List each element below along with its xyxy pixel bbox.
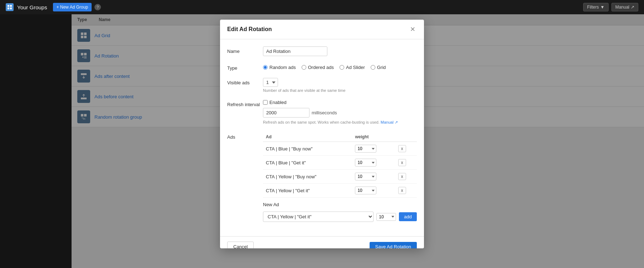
refresh-manual-link[interactable]: Manual ↗: [381, 120, 398, 124]
type-row: Type Random ads Ordered ads Ad Slider Gr…: [227, 63, 417, 71]
ad-remove-cell: x: [395, 156, 417, 170]
manual-button[interactable]: Manual ↗: [611, 3, 638, 11]
name-label: Name: [227, 46, 263, 54]
ad-name-cell: CTA | Blue | "Get it": [263, 156, 352, 170]
ad-weight-cell: 10 20 30: [352, 142, 395, 156]
visible-ads-select[interactable]: 1 2 3: [263, 78, 278, 87]
type-grid-label: Grid: [377, 65, 386, 70]
type-grid-radio[interactable]: Grid: [371, 65, 386, 70]
ad-weight-select[interactable]: 10 20 30: [355, 145, 376, 153]
ad-table-row: CTA | Yellow | "Get it" 10 20 30 x: [263, 184, 417, 198]
ad-weight-select[interactable]: 10 20 30: [355, 187, 376, 194]
refresh-hint: Refresh ads on the same spot. Works when…: [263, 120, 417, 125]
modal-title: Edit Ad Rotation: [227, 26, 272, 33]
ad-name-cell: CTA | Blue | "Buy now": [263, 142, 352, 156]
refresh-hint-text: Refresh ads on the same spot. Works when…: [263, 120, 380, 124]
refresh-enabled-label: Enabled: [269, 100, 287, 105]
visible-ads-control: 1 2 3 Number of ads that are visible at …: [263, 78, 417, 93]
page-title: Your Groups: [17, 4, 47, 10]
new-ad-select[interactable]: CTA | Blue | "Buy now"CTA | Blue | "Get …: [263, 212, 374, 222]
modal-footer: Cancel Save Ad Rotation: [220, 236, 424, 248]
name-row: Name: [227, 46, 417, 56]
refresh-value-input[interactable]: [263, 108, 309, 118]
ads-control: Ad weight CTA | Blue | "Buy now" 10 20 3…: [263, 132, 417, 222]
filter-icon: ▼: [600, 5, 605, 10]
visible-ads-row: Visible ads 1 2 3 Number of ads that are…: [227, 78, 417, 93]
name-input[interactable]: [263, 46, 327, 56]
external-link-icon: ↗: [631, 5, 634, 10]
filters-button[interactable]: Filters ▼: [583, 3, 609, 11]
ad-table-row: CTA | Yellow | "Buy now" 10 20 30 x: [263, 170, 417, 184]
ad-weight-cell: 10 20 30: [352, 170, 395, 184]
remove-ad-button[interactable]: x: [398, 145, 406, 152]
refresh-interval-row: Refresh interval Enabled milliseconds Re…: [227, 100, 417, 125]
new-ad-weight-select[interactable]: 10: [376, 213, 396, 221]
add-ad-button[interactable]: add: [399, 212, 417, 221]
refresh-interval-label: Refresh interval: [227, 100, 263, 107]
type-label: Type: [227, 63, 263, 71]
modal-close-button[interactable]: ✕: [409, 25, 417, 33]
ads-col-ad-header: Ad: [263, 132, 352, 142]
ad-name-cell: CTA | Yellow | "Get it": [263, 184, 352, 198]
svg-rect-3: [10, 8, 12, 9]
name-control: [263, 46, 417, 56]
ads-table: Ad weight CTA | Blue | "Buy now" 10 20 3…: [263, 132, 417, 198]
modal-body: Name Type Random ads Ordered ads Ad Slid: [220, 39, 424, 236]
type-random-label: Random ads: [269, 65, 296, 70]
visible-ads-hint: Number of ads that are visible at the sa…: [263, 88, 417, 93]
ad-weight-cell: 10 20 30: [352, 156, 395, 170]
top-bar-right: Filters ▼ Manual ↗: [583, 3, 638, 11]
svg-rect-2: [8, 8, 9, 9]
refresh-interval-control: Enabled milliseconds Refresh ads on the …: [263, 100, 417, 125]
ads-row: Ads Ad weight CTA | Blue | "Buy now": [227, 132, 417, 222]
ad-table-row: CTA | Blue | "Buy now" 10 20 30 x: [263, 142, 417, 156]
remove-ad-button[interactable]: x: [398, 173, 406, 180]
ad-remove-cell: x: [395, 142, 417, 156]
modal-header: Edit Ad Rotation ✕: [220, 20, 424, 39]
ad-weight-select[interactable]: 10 20 30: [355, 159, 376, 167]
svg-rect-0: [8, 5, 9, 7]
save-button[interactable]: Save Ad Rotation: [370, 242, 417, 248]
ad-table-row: CTA | Blue | "Get it" 10 20 30 x: [263, 156, 417, 170]
svg-rect-1: [10, 5, 12, 7]
refresh-inputs: milliseconds: [263, 108, 417, 118]
info-icon[interactable]: ?: [94, 4, 101, 10]
type-slider-radio[interactable]: Ad Slider: [340, 65, 365, 70]
refresh-enabled-checkbox[interactable]: [263, 100, 268, 105]
remove-ad-button[interactable]: x: [398, 159, 406, 166]
ad-remove-cell: x: [395, 184, 417, 198]
ads-col-actions-header: [395, 132, 417, 142]
refresh-unit: milliseconds: [312, 110, 337, 115]
ad-weight-select[interactable]: 10 20 30: [355, 173, 376, 180]
new-ad-row: CTA | Blue | "Buy now"CTA | Blue | "Get …: [263, 212, 417, 222]
filters-label: Filters: [587, 5, 599, 10]
ad-name-cell: CTA | Yellow | "Buy now": [263, 170, 352, 184]
ad-weight-cell: 10 20 30: [352, 184, 395, 198]
type-random-radio[interactable]: Random ads: [263, 65, 296, 70]
app-logo: [6, 3, 14, 11]
type-ordered-radio[interactable]: Ordered ads: [302, 65, 334, 70]
refresh-enabled-checkbox-label[interactable]: Enabled: [263, 100, 417, 105]
type-slider-label: Ad Slider: [346, 65, 365, 70]
new-ad-group-button[interactable]: + New Ad Group: [53, 3, 92, 11]
new-ad-label: New Ad: [263, 202, 417, 207]
visible-ads-label: Visible ads: [227, 78, 263, 85]
top-bar: Your Groups + New Ad Group ? Filters ▼ M…: [0, 0, 644, 14]
ad-remove-cell: x: [395, 170, 417, 184]
edit-ad-rotation-modal: Edit Ad Rotation ✕ Name Type Random ads …: [220, 20, 424, 248]
type-radio-group: Random ads Ordered ads Ad Slider Grid: [263, 63, 417, 70]
cancel-button[interactable]: Cancel: [227, 242, 254, 248]
ads-label: Ads: [227, 132, 263, 140]
manual-label: Manual: [615, 5, 629, 10]
remove-ad-button[interactable]: x: [398, 187, 406, 194]
type-ordered-label: Ordered ads: [308, 65, 334, 70]
ads-col-weight-header: weight: [352, 132, 395, 142]
